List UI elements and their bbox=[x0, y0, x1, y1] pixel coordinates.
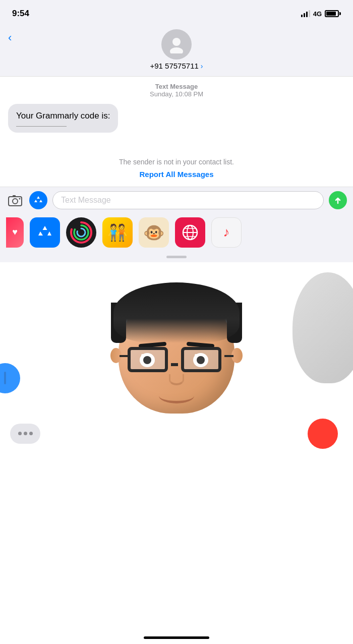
app-icon-music[interactable]: ♪ bbox=[211, 217, 242, 248]
send-button[interactable] bbox=[329, 191, 347, 209]
report-all-messages-link[interactable]: Report All Messages bbox=[8, 170, 345, 179]
globe-icon bbox=[181, 223, 199, 242]
memoji-section bbox=[0, 262, 353, 494]
memoji-eye-left bbox=[140, 353, 155, 367]
appstore-full-icon bbox=[36, 223, 54, 242]
memoji-eye-right bbox=[193, 353, 208, 367]
app-icon-web[interactable] bbox=[175, 217, 205, 248]
app-icon-appstore[interactable] bbox=[30, 217, 60, 248]
svg-rect-4 bbox=[13, 195, 16, 197]
drag-pill bbox=[166, 256, 187, 258]
message-date: Text Message Sunday, 10:08 PM bbox=[8, 83, 345, 98]
memoji-head bbox=[119, 292, 234, 414]
memoji-right-partial bbox=[292, 272, 353, 383]
contact-name[interactable]: +91 57575711 › bbox=[150, 62, 203, 70]
svg-point-0 bbox=[172, 38, 181, 46]
svg-point-5 bbox=[19, 198, 21, 199]
send-icon bbox=[333, 195, 343, 205]
memoji-mouth bbox=[159, 388, 194, 403]
input-bar: Text Message bbox=[0, 187, 353, 213]
status-bar: 9:54 4G bbox=[0, 0, 353, 25]
message-bubble-container: Your Grammarly code is: bbox=[8, 104, 345, 133]
status-icons: 4G bbox=[301, 10, 341, 18]
appstore-icon bbox=[33, 195, 44, 206]
avatar bbox=[161, 29, 192, 60]
message-bubble: Your Grammarly code is: bbox=[8, 104, 118, 133]
message-underline bbox=[16, 126, 67, 127]
app-icon-activity[interactable] bbox=[66, 217, 96, 248]
message-area: Text Message Sunday, 10:08 PM Your Gramm… bbox=[0, 77, 353, 143]
memoji-nose bbox=[169, 374, 184, 385]
memoji-left-partial bbox=[0, 363, 20, 393]
glasses-left-frame bbox=[128, 347, 168, 372]
appstore-input-button[interactable] bbox=[29, 191, 47, 209]
svg-point-9 bbox=[77, 228, 85, 237]
app-suggestions-row: ♥ 🧑‍🤝‍🧑 🐵 bbox=[0, 213, 353, 252]
svg-point-1 bbox=[170, 47, 183, 53]
app-icon-memoji[interactable]: 🧑‍🤝‍🧑 bbox=[102, 217, 133, 248]
message-time-label: Sunday, 10:08 PM bbox=[8, 90, 345, 98]
memoji-glasses bbox=[128, 347, 225, 372]
memoji-hair bbox=[113, 282, 240, 343]
svg-point-8 bbox=[74, 225, 88, 240]
person-icon bbox=[167, 35, 186, 53]
activity-ring-icon bbox=[69, 220, 94, 245]
partial-app-icon[interactable]: ♥ bbox=[6, 217, 24, 248]
home-indicator bbox=[144, 636, 209, 639]
memoji-character bbox=[106, 277, 247, 439]
signal-bars-icon bbox=[301, 10, 310, 17]
message-type-label: Text Message bbox=[8, 83, 345, 90]
message-input[interactable]: Text Message bbox=[52, 191, 324, 209]
nav-header: ‹ +91 57575711 › bbox=[0, 25, 353, 77]
music-note-icon: ♪ bbox=[223, 224, 230, 240]
chevron-right-icon: › bbox=[201, 62, 203, 70]
message-text: Your Grammarly code is: bbox=[16, 111, 110, 121]
not-in-contacts: The sender is not in your contact list. … bbox=[0, 143, 353, 187]
status-time: 9:54 bbox=[12, 9, 29, 19]
back-button[interactable]: ‹ bbox=[8, 31, 12, 44]
camera-button[interactable] bbox=[6, 191, 24, 209]
app-icon-monkey[interactable]: 🐵 bbox=[139, 217, 169, 248]
drag-indicator bbox=[0, 252, 353, 262]
glasses-bridge bbox=[171, 363, 178, 366]
record-button[interactable] bbox=[308, 419, 338, 449]
svg-point-3 bbox=[13, 199, 18, 204]
more-options-button[interactable] bbox=[10, 424, 40, 444]
message-input-placeholder: Text Message bbox=[61, 196, 111, 205]
network-label: 4G bbox=[313, 10, 322, 18]
not-in-contacts-text: The sender is not in your contact list. bbox=[8, 158, 345, 166]
glasses-right-frame bbox=[181, 347, 221, 372]
camera-icon bbox=[8, 193, 22, 207]
battery-icon bbox=[325, 10, 341, 17]
